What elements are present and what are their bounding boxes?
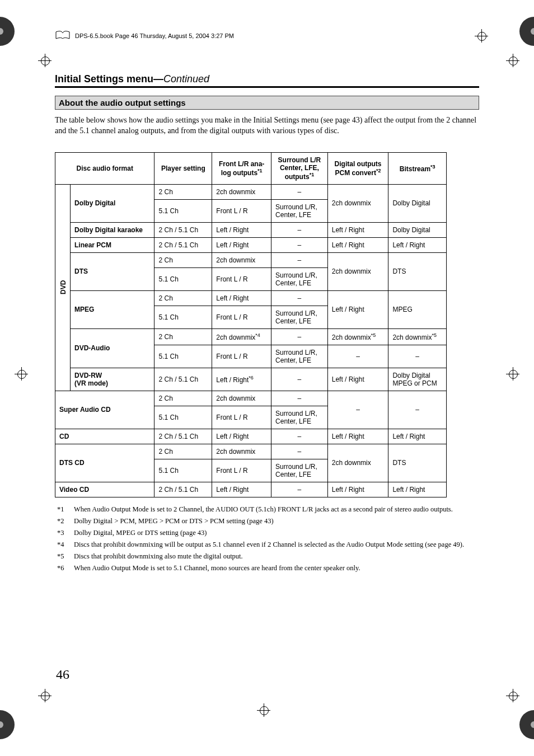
cell: 2ch downmix*4 bbox=[212, 328, 271, 345]
cell: – bbox=[327, 391, 388, 429]
th-disc-audio-format: Disc audio format bbox=[55, 152, 154, 184]
cell: Left / Right bbox=[212, 429, 271, 444]
cell: Surround L/R, Center, LFE bbox=[271, 199, 328, 222]
page-content: DPS-6.5.book Page 46 Thursday, August 5,… bbox=[55, 31, 479, 575]
registration-mark-icon bbox=[38, 689, 51, 702]
cell: Dolby Digital MPEG or PCM bbox=[388, 368, 447, 391]
cell: – bbox=[271, 252, 328, 267]
section-title-sep: — bbox=[153, 73, 163, 84]
cell: Left / Right bbox=[388, 482, 447, 497]
cell: 5.1 Ch bbox=[154, 306, 212, 328]
registration-mark-icon bbox=[15, 367, 28, 381]
th-player-setting: Player setting bbox=[154, 152, 212, 184]
cell: 2 Ch / 5.1 Ch bbox=[154, 368, 212, 391]
subsection-heading: About the audio output settings bbox=[55, 96, 479, 110]
cell: Left / Right bbox=[212, 222, 271, 237]
cell: – bbox=[271, 222, 328, 237]
cell: Front L / R bbox=[212, 459, 271, 482]
registration-mark-icon bbox=[506, 54, 519, 67]
dvd-group-label: DVD bbox=[55, 184, 71, 391]
table-row: Video CD 2 Ch / 5.1 Ch Left / Right – Le… bbox=[55, 482, 447, 497]
cell: – bbox=[271, 290, 328, 306]
cell: 5.1 Ch bbox=[154, 406, 212, 429]
footnote: *5Discs that prohibit downmixing also mu… bbox=[57, 551, 479, 561]
cell: – bbox=[271, 482, 328, 497]
cell-format: DTS bbox=[71, 252, 154, 290]
table-row: DVD-RW (VR mode) 2 Ch / 5.1 Ch Left / Ri… bbox=[55, 368, 447, 391]
cell: – bbox=[388, 391, 447, 429]
cell: Front L / R bbox=[212, 306, 271, 328]
page-number: 46 bbox=[56, 667, 69, 682]
book-header-text: DPS-6.5.book Page 46 Thursday, August 5,… bbox=[75, 32, 234, 39]
footnote: *2Dolby Digital > PCM, MPEG > PCM or DTS… bbox=[57, 516, 479, 526]
th-surround: Surround L/R Center, LFE, outputs*1 bbox=[271, 152, 328, 184]
cell: 5.1 Ch bbox=[154, 267, 212, 290]
cell: 2ch downmix bbox=[212, 444, 271, 459]
cell: Surround L/R, Center, LFE bbox=[271, 306, 328, 328]
cell-format: Linear PCM bbox=[71, 237, 154, 252]
cell: 5.1 Ch bbox=[154, 199, 212, 222]
cell: Surround L/R, Center, LFE bbox=[271, 406, 328, 429]
table-header-row: Disc audio format Player setting Front L… bbox=[55, 152, 447, 184]
section-title: Initial Settings menu—Continued bbox=[55, 73, 479, 88]
cell: Left / Right bbox=[327, 482, 388, 497]
footnote: *4Discs that prohibit downmixing will be… bbox=[57, 539, 479, 550]
cell: Left / Right bbox=[327, 368, 388, 391]
cell: Dolby Digital bbox=[388, 184, 447, 222]
cell: Left / Right bbox=[212, 290, 271, 306]
cell-format: Dolby Digital karaoke bbox=[71, 222, 154, 237]
cell: 2 Ch / 5.1 Ch bbox=[154, 222, 212, 237]
cell: 2 Ch / 5.1 Ch bbox=[154, 482, 212, 497]
crop-disc-bl bbox=[0, 710, 29, 739]
cell-format: DVD-Audio bbox=[71, 328, 154, 368]
cell: 2 Ch bbox=[154, 391, 212, 406]
registration-mark-icon bbox=[38, 54, 51, 67]
cell: – bbox=[271, 391, 328, 406]
cell: Left / Right bbox=[327, 290, 388, 328]
cell-format: Dolby Digital bbox=[71, 184, 154, 222]
table-row: Dolby Digital karaoke 2 Ch / 5.1 Ch Left… bbox=[55, 222, 447, 237]
table-row: DTS 2 Ch 2ch downmix – 2ch downmix DTS bbox=[55, 252, 447, 267]
footnotes: *1When Audio Output Mode is set to 2 Cha… bbox=[57, 504, 479, 574]
cell-format: DVD-RW (VR mode) bbox=[71, 368, 154, 391]
cell: Dolby Digital bbox=[388, 222, 447, 237]
book-header-line: DPS-6.5.book Page 46 Thursday, August 5,… bbox=[55, 31, 479, 41]
cell: Front L / R bbox=[212, 406, 271, 429]
cell: 2 Ch / 5.1 Ch bbox=[154, 429, 212, 444]
cell: DTS bbox=[388, 252, 447, 290]
cell: Left / Right bbox=[388, 429, 447, 444]
cell: 2ch downmix*5 bbox=[388, 328, 447, 345]
cell: Left / Right bbox=[212, 482, 271, 497]
footnote: *6When Audio Output Mode is set to 5.1 C… bbox=[57, 563, 479, 573]
cell: Left / Right bbox=[327, 237, 388, 252]
table-row: CD 2 Ch / 5.1 Ch Left / Right – Left / R… bbox=[55, 429, 447, 444]
crop-disc-br bbox=[505, 710, 534, 739]
cell: Front L / R bbox=[212, 199, 271, 222]
th-front-lr: Front L/R ana- log outputs*1 bbox=[212, 152, 271, 184]
cell: – bbox=[271, 368, 328, 391]
cell: 2ch downmix bbox=[212, 391, 271, 406]
cell: 2 Ch bbox=[154, 444, 212, 459]
cell-format: Super Audio CD bbox=[55, 391, 154, 429]
cell: 2 Ch bbox=[154, 252, 212, 267]
cell: Left / Right bbox=[327, 429, 388, 444]
intro-paragraph: The table below shows how the audio sett… bbox=[55, 115, 479, 137]
table-row: MPEG 2 Ch Left / Right – Left / Right MP… bbox=[55, 290, 447, 306]
cell-format: Video CD bbox=[55, 482, 154, 497]
registration-mark-icon bbox=[506, 689, 519, 702]
cell: Surround L/R, Center, LFE bbox=[271, 459, 328, 482]
cell: 2ch downmix bbox=[212, 252, 271, 267]
table-row: DVD Dolby Digital 2 Ch 2ch downmix – 2ch… bbox=[55, 184, 447, 199]
cell: 2ch downmix bbox=[327, 444, 388, 482]
cell: 2ch downmix bbox=[327, 252, 388, 290]
cell: Left / Right bbox=[327, 222, 388, 237]
cell: – bbox=[271, 444, 328, 459]
cell-format: DTS CD bbox=[55, 444, 154, 482]
cell: 2 Ch / 5.1 Ch bbox=[154, 237, 212, 252]
th-bitstream: Bitstream*3 bbox=[388, 152, 447, 184]
footnote: *1When Audio Output Mode is set to 2 Cha… bbox=[57, 504, 479, 514]
cell-format: CD bbox=[55, 429, 154, 444]
cell: – bbox=[271, 429, 328, 444]
registration-mark-icon bbox=[506, 367, 519, 381]
cell-format: MPEG bbox=[71, 290, 154, 328]
